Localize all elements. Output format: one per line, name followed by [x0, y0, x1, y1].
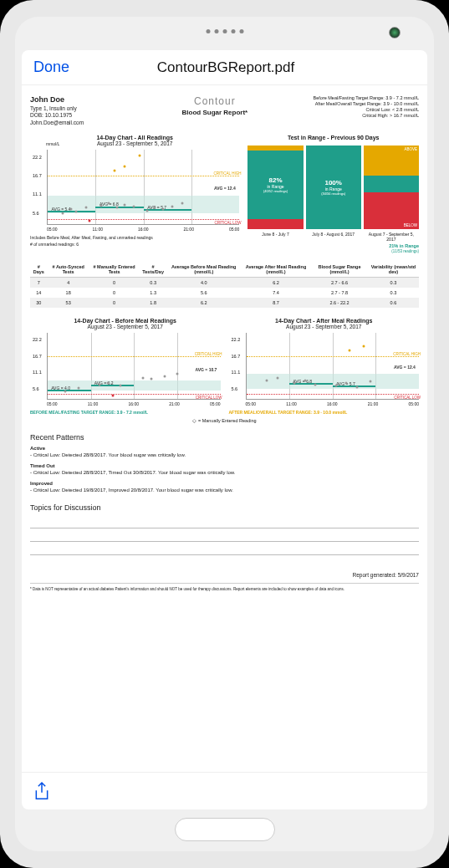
- discussion-line: [30, 542, 419, 555]
- target-before: Before Meal/Fasting Target Range: 3.9 - …: [283, 95, 419, 101]
- range-col-1: 82%in Range(40/52 readings): [247, 146, 303, 229]
- crit-high-label: CRITICAL HIGH: [214, 171, 242, 176]
- range-label: August 7 - September 5, 2017: [364, 232, 419, 242]
- chart-all-title: 14-Day Chart - All Readings: [30, 135, 239, 140]
- pdf-content: John Doe Type 1, Insulin only DOB: 10.10…: [22, 85, 427, 772]
- pattern-improved-h: Improved: [30, 480, 419, 487]
- avg-seg-label: AVG = 5.4: [52, 207, 71, 212]
- pattern-active-h: Active: [30, 445, 419, 452]
- patient-type: Type 1, Insulin only: [30, 105, 147, 112]
- table-header: Blood Sugar Range (mmol/L): [311, 262, 368, 278]
- table-row: 7400.34.06.22.7 - 6.60.3: [30, 278, 419, 288]
- pattern-timed-h: Timed Out: [30, 462, 419, 469]
- report-title: Blood Sugar Report*: [147, 109, 283, 116]
- table-row: 141801.35.67.42.7 - 7.80.3: [30, 288, 419, 298]
- xtick: 11:00: [92, 227, 103, 232]
- chart-after-subtitle: August 23 - September 5, 2017: [229, 324, 420, 329]
- chart-after-title: 14-Day Chart - After Meal Readings: [229, 318, 420, 324]
- chart-before-title: 14-Day Chart - Before Meal Readings: [30, 318, 221, 324]
- before-target-note: BEFORE MEAL/FASTING TARGET RANGE: 3.9 - …: [30, 410, 221, 415]
- patterns-heading: Recent Patterns: [30, 433, 419, 442]
- disclaimer: * Data is NOT representative of an actua…: [30, 583, 419, 591]
- table-header: # Auto-Synced Tests: [48, 262, 89, 278]
- home-button[interactable]: [175, 818, 275, 841]
- brand-logo: Contour: [147, 95, 283, 107]
- table-header: Average Before Meal Reading (mmol/L): [167, 262, 241, 278]
- ytick: 16.7: [33, 173, 42, 178]
- table-header: # Days: [30, 262, 48, 278]
- xtick: 21:00: [183, 227, 194, 232]
- patient-dob: DOB: 10.10.1975: [30, 112, 147, 119]
- xtick: 16:00: [138, 227, 149, 232]
- target-low: Critical Low: < 2.8 mmol/L: [283, 107, 419, 113]
- table-row: 305301.86.28.72.6 - 22.20.6: [30, 298, 419, 308]
- chart-note: Includes Before Meal, After Meal, Fastin…: [30, 235, 239, 240]
- ytick: 11.1: [33, 191, 42, 197]
- range-chart-title: Test in Range - Previous 90 Days: [247, 135, 419, 140]
- ytick: 22.2: [33, 155, 42, 160]
- xtick: 05:00: [229, 227, 240, 232]
- table-header: Average After Meal Reading (mmol/L): [241, 262, 311, 278]
- scatter-before-meal: 5.611.116.722.2 CRITICAL HIGH CRITICAL L…: [47, 333, 221, 400]
- range-note: 21% in Range: [389, 243, 419, 248]
- range-label: July 8 - August 6, 2017: [306, 232, 361, 242]
- pdf-toolbar: [22, 772, 427, 809]
- pattern-timed-t: - Critical Low: Detected 28/8/2017, Time…: [30, 469, 419, 476]
- pattern-active-t: - Critical Low: Detected 28/8/2017. Your…: [30, 452, 419, 458]
- target-high: Critical High: > 16.7 mmol/L: [283, 113, 419, 119]
- xtick: 05:00: [47, 227, 58, 232]
- overall-avg-label: AVG = 12.4: [214, 186, 236, 191]
- manual-entry-legend: ◇ = Manually Entered Reading: [30, 418, 419, 423]
- report-generated: Report generated: 5/9/2017: [30, 572, 419, 578]
- chart-note: # of unmarked readings: 6: [30, 242, 239, 247]
- share-icon[interactable]: [33, 781, 50, 801]
- table-header: Variability (mean/std dev): [368, 262, 419, 278]
- range-note-small: (11/53 readings): [391, 249, 419, 253]
- chart-all-subtitle: August 23 - September 5, 2017: [30, 140, 239, 146]
- table-header: # Tests/Day: [140, 262, 167, 278]
- discussion-line: [30, 528, 419, 542]
- scatter-all-readings: mmol/L 5.6 11.1 16.7 22.2 CRITICAL HIGH …: [47, 150, 239, 225]
- ytick: 5.6: [33, 211, 39, 216]
- range-col-3: ABOVE BELOW: [364, 146, 419, 229]
- pattern-improved-t: - Critical Low: Detected 19/8/2017, Impr…: [30, 487, 419, 493]
- patient-email: John.Doe@email.com: [30, 120, 147, 126]
- range-col-2: 100%in Range(34/34 readings): [306, 146, 361, 229]
- patient-name: John Doe: [30, 95, 147, 105]
- discussion-heading: Topics for Discussion: [30, 503, 419, 512]
- document-title: ContourBGReport.pdf: [36, 59, 416, 76]
- phone-camera: [389, 27, 401, 38]
- crit-low-label: CRITICAL LOW: [215, 221, 242, 225]
- after-target-note: AFTER MEAL/OVERALL TARGET RANGE: 3.9 - 1…: [229, 410, 420, 415]
- chart-before-subtitle: August 23 - September 5, 2017: [30, 324, 221, 329]
- target-after: After Meal/Overall Target Range: 3.9 - 1…: [283, 101, 419, 107]
- discussion-line: [30, 515, 419, 528]
- table-header: # Manually Entered Tests: [89, 262, 140, 278]
- summary-table: # Days# Auto-Synced Tests# Manually Ente…: [30, 262, 419, 308]
- scatter-after-meal: 5.611.116.722.2 CRITICAL HIGH CRITICAL L…: [246, 333, 420, 400]
- pdf-viewer-header: Done ContourBGReport.pdf: [22, 50, 427, 85]
- range-label: June 8 - July 7: [247, 232, 303, 242]
- unit-label: mmol/L: [46, 141, 59, 146]
